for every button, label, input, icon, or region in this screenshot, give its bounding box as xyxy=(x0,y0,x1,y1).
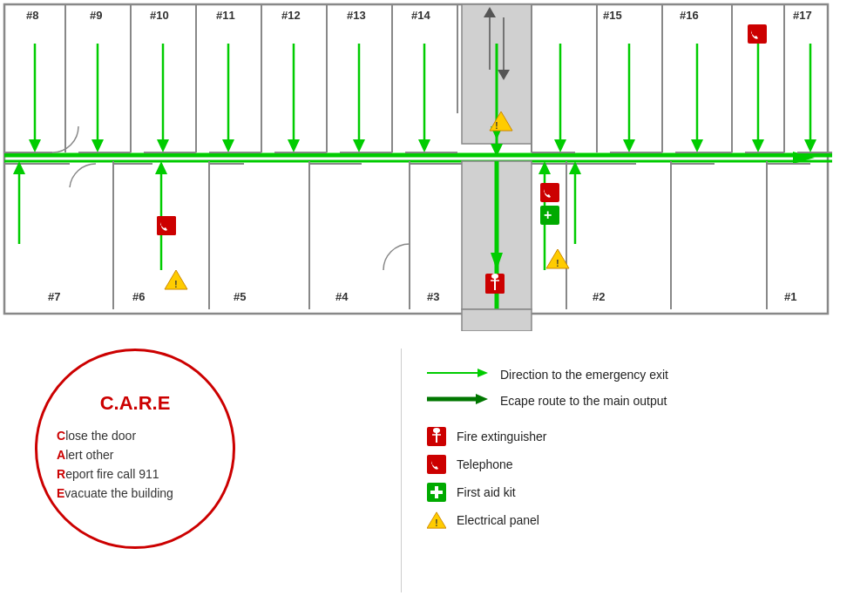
svg-rect-111 xyxy=(485,274,505,293)
svg-marker-85 xyxy=(538,161,551,174)
svg-text:#14: #14 xyxy=(411,9,430,22)
svg-marker-62 xyxy=(288,139,300,152)
svg-text:#1: #1 xyxy=(784,290,796,303)
svg-marker-73 xyxy=(623,139,635,152)
svg-marker-87 xyxy=(569,161,581,174)
svg-rect-119 xyxy=(748,24,767,44)
svg-text:#13: #13 xyxy=(347,9,366,22)
care-line-2: Alert other xyxy=(57,448,213,462)
svg-rect-25 xyxy=(462,161,532,309)
svg-text:#6: #6 xyxy=(132,290,145,303)
svg-marker-79 xyxy=(804,139,816,152)
svg-text:#16: #16 xyxy=(680,9,699,22)
svg-marker-60 xyxy=(222,139,234,152)
svg-rect-136 xyxy=(427,455,446,474)
svg-rect-107 xyxy=(485,274,505,294)
svg-rect-139 xyxy=(430,491,443,494)
svg-marker-124 xyxy=(165,270,187,289)
legend-telephone: Telephone xyxy=(427,455,837,474)
thin-arrow-icon xyxy=(427,366,488,380)
svg-text:#2: #2 xyxy=(593,290,605,303)
thick-arrow-icon xyxy=(427,392,488,406)
care-line-1: Close the door xyxy=(57,429,213,443)
first-aid-label: First aid kit xyxy=(457,485,516,499)
svg-text:#10: #10 xyxy=(150,9,169,22)
svg-text:+: + xyxy=(544,207,552,222)
svg-text:📞: 📞 xyxy=(160,219,176,234)
svg-marker-70 xyxy=(491,144,503,157)
floor-plan-svg: #8 #9 #10 #11 #12 #13 #14 #15 #16 #17 #7… xyxy=(0,0,832,331)
svg-text:!: ! xyxy=(495,121,498,131)
escape-route-label: Ecape route to the main output xyxy=(500,394,667,408)
svg-rect-27 xyxy=(462,309,532,331)
svg-marker-20 xyxy=(793,152,815,164)
svg-text:🔥: 🔥 xyxy=(488,277,504,292)
svg-rect-120 xyxy=(540,206,559,225)
svg-marker-54 xyxy=(29,139,41,152)
direction-label: Direction to the emergency exit xyxy=(500,368,668,382)
svg-marker-89 xyxy=(491,279,503,296)
telephone-label: Telephone xyxy=(457,457,513,471)
svg-rect-109 xyxy=(485,274,505,294)
svg-marker-75 xyxy=(691,139,703,152)
svg-text:#11: #11 xyxy=(216,9,235,22)
svg-text:#15: #15 xyxy=(603,9,622,22)
svg-marker-11 xyxy=(484,7,496,17)
legend-electrical: ! Electrical panel xyxy=(427,511,837,530)
svg-marker-66 xyxy=(418,139,430,152)
fire-ext-icon xyxy=(427,427,446,446)
legend-direction: Direction to the emergency exit xyxy=(427,366,837,383)
care-title: C.A.R.E xyxy=(100,392,171,415)
care-line-4: Evacuate the building xyxy=(57,486,213,500)
svg-text:!: ! xyxy=(556,259,559,268)
svg-text:🧯: 🧯 xyxy=(490,277,505,292)
legend-section: Direction to the emergency exit Ecape ro… xyxy=(427,366,837,538)
svg-point-134 xyxy=(433,428,440,433)
svg-marker-58 xyxy=(157,139,169,152)
svg-rect-115 xyxy=(157,216,176,235)
svg-marker-126 xyxy=(546,249,569,268)
svg-marker-68 xyxy=(554,139,566,152)
svg-marker-88 xyxy=(491,253,503,270)
svg-marker-131 xyxy=(476,394,488,404)
svg-rect-8 xyxy=(462,4,532,144)
svg-text:#7: #7 xyxy=(48,290,60,303)
svg-text:#9: #9 xyxy=(90,9,102,22)
svg-text:!: ! xyxy=(174,280,177,289)
care-line-3: Report fire call 911 xyxy=(57,467,213,481)
fire-ext-label: Fire extinguisher xyxy=(457,430,547,443)
care-circle: C.A.R.E Close the door Alert other Repor… xyxy=(35,349,235,549)
legend-first-aid: First aid kit xyxy=(427,483,837,502)
electrical-icon: ! xyxy=(427,511,446,530)
svg-rect-0 xyxy=(4,4,828,314)
svg-marker-122 xyxy=(490,112,512,131)
section-divider xyxy=(401,349,402,592)
legend-fire-ext: Fire extinguisher xyxy=(427,427,837,446)
svg-text:#8: #8 xyxy=(26,9,38,22)
svg-marker-129 xyxy=(478,369,488,377)
svg-text:#4: #4 xyxy=(335,290,349,303)
svg-rect-118 xyxy=(540,183,559,202)
svg-marker-71 xyxy=(491,126,503,139)
svg-marker-83 xyxy=(155,161,167,174)
legend-escape-route: Ecape route to the main output xyxy=(427,392,837,410)
svg-text:#5: #5 xyxy=(234,290,246,303)
svg-text:#17: #17 xyxy=(793,9,812,22)
svg-text:!: ! xyxy=(435,518,437,528)
svg-marker-56 xyxy=(91,139,104,152)
first-aid-icon xyxy=(427,483,446,502)
svg-marker-64 xyxy=(353,139,365,152)
svg-marker-81 xyxy=(13,161,25,174)
svg-marker-77 xyxy=(752,139,764,152)
telephone-icon xyxy=(427,455,446,474)
svg-rect-117 xyxy=(157,216,176,235)
svg-marker-12 xyxy=(498,70,510,80)
electrical-label: Electrical panel xyxy=(457,513,539,527)
svg-text:#3: #3 xyxy=(427,290,439,303)
svg-point-113 xyxy=(491,274,498,279)
svg-text:#12: #12 xyxy=(281,9,301,22)
